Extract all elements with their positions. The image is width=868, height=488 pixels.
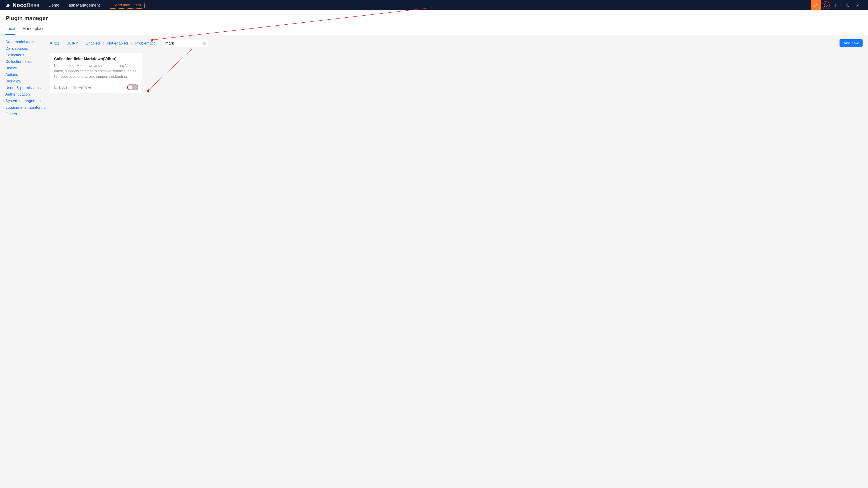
page-title: Plugin manager <box>5 15 863 22</box>
logo-text-sub: Base <box>27 2 39 8</box>
help-icon <box>846 3 850 7</box>
filter-problematic[interactable]: Problematic <box>135 41 156 46</box>
plugin-title: Collection field: Markdown(Vditor) <box>54 57 138 61</box>
design-mode-button[interactable] <box>811 0 821 10</box>
top-nav: NocoBase Demo Task Management + Add menu… <box>0 0 868 10</box>
annotation-arrow-2 <box>147 46 194 92</box>
sidebar: Data model tools Data sources Collection… <box>0 35 50 488</box>
plugin-card-body: Collection field: Markdown(Vditor) Used … <box>50 53 142 82</box>
divider: | <box>63 41 64 46</box>
body: Data model tools Data sources Collection… <box>0 35 868 488</box>
gear-icon <box>834 3 838 7</box>
clear-search-icon[interactable]: × <box>203 41 206 45</box>
plugin-remove-link[interactable]: Remove <box>73 86 91 90</box>
svg-point-2 <box>857 4 858 5</box>
sidebar-item-collection-fields[interactable]: Collection fields <box>5 59 50 64</box>
filter-enabled[interactable]: Enabled <box>86 41 100 46</box>
top-menu: Demo Task Management + Add menu item <box>49 2 145 8</box>
sidebar-item-data-model-tools[interactable]: Data model tools <box>5 40 50 44</box>
plugin-manager-button[interactable] <box>821 0 831 10</box>
plugin-docs-label: Docs <box>59 86 67 90</box>
logo-icon <box>5 2 11 8</box>
svg-line-4 <box>149 49 192 90</box>
filter-not-enabled[interactable]: Not enabled <box>107 41 128 46</box>
add-menu-item-button[interactable]: + Add menu item <box>107 2 145 8</box>
sidebar-item-logging-monitoring[interactable]: Logging and monitoring <box>5 105 50 110</box>
divider: | <box>159 41 160 46</box>
settings-button[interactable] <box>831 0 841 10</box>
plugin-docs-link[interactable]: Docs <box>54 86 67 90</box>
plugin-footer: Docs | Remove <box>50 82 142 93</box>
filter-all[interactable]: All(1) <box>50 41 59 46</box>
divider: | <box>69 86 70 90</box>
subtabs: Local Marketplace <box>5 26 863 35</box>
content: All(1) | Built-in | Enabled | Not enable… <box>50 35 868 488</box>
sidebar-item-system-management[interactable]: System management <box>5 99 50 103</box>
filter-row: All(1) | Built-in | Enabled | Not enable… <box>50 40 863 47</box>
plugin-card[interactable]: Collection field: Markdown(Vditor) Used … <box>50 53 143 93</box>
help-button[interactable] <box>843 0 852 10</box>
top-menu-task-management[interactable]: Task Management <box>67 3 100 8</box>
sidebar-item-data-sources[interactable]: Data sources <box>5 46 50 51</box>
filter-builtin[interactable]: Built-in <box>67 41 79 46</box>
user-icon <box>856 3 860 7</box>
plugin-enable-toggle[interactable] <box>127 85 138 90</box>
sidebar-item-users-permissions[interactable]: Users & permissions <box>5 86 50 90</box>
user-button[interactable] <box>852 0 863 10</box>
plugin-description: Used to store Markdown and render it usi… <box>54 63 138 79</box>
subtab-local[interactable]: Local <box>5 26 15 35</box>
add-menu-item-label: Add menu item <box>115 3 141 7</box>
add-new-button[interactable]: Add new <box>839 39 863 47</box>
trash-icon <box>73 86 76 89</box>
divider: | <box>103 41 104 46</box>
page-header: Plugin manager Local Marketplace <box>0 10 868 35</box>
top-nav-right <box>811 0 863 10</box>
app-logo[interactable]: NocoBase <box>5 2 39 8</box>
search-input[interactable] <box>163 40 208 47</box>
highlighter-icon <box>814 3 818 7</box>
book-icon <box>54 86 58 89</box>
sidebar-item-actions[interactable]: Actions <box>5 72 50 77</box>
divider: | <box>82 41 83 46</box>
svg-point-0 <box>835 5 836 6</box>
logo-text-main: Noco <box>13 2 27 8</box>
plugin-remove-label: Remove <box>78 86 91 90</box>
sidebar-item-authentication[interactable]: Authentication <box>5 92 50 97</box>
divider: | <box>131 41 132 46</box>
sidebar-item-others[interactable]: Others <box>5 112 50 116</box>
plus-icon: + <box>111 3 113 7</box>
sidebar-item-blocks[interactable]: Blocks <box>5 66 50 70</box>
search-box: × <box>163 40 208 47</box>
top-menu-demo[interactable]: Demo <box>49 3 59 8</box>
subtab-marketplace[interactable]: Marketplace <box>22 26 44 35</box>
plugin-icon <box>824 3 828 7</box>
sidebar-item-workflow[interactable]: Workflow <box>5 79 50 84</box>
sidebar-item-collections[interactable]: Collections <box>5 53 50 57</box>
